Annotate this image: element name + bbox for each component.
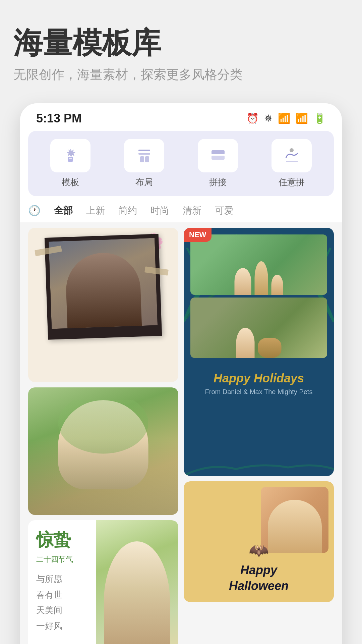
category-freeform[interactable]: 任意拼: [255, 139, 328, 188]
bluetooth-icon: ✵: [264, 112, 273, 124]
svg-rect-7: [212, 156, 225, 160]
card-vintage[interactable]: 🌸: [28, 228, 178, 382]
svg-point-8: [290, 148, 294, 152]
jingzhe-poem: 与所愿 春有世 天美间 一好风: [36, 571, 170, 634]
holiday-text: Happy Holidays From Daniel & Max The Mig…: [184, 365, 334, 401]
tab-fresh[interactable]: 清新: [183, 204, 201, 217]
freeform-label: 任意拼: [279, 176, 305, 188]
svg-rect-3: [138, 153, 150, 155]
tab-simple[interactable]: 简约: [118, 204, 137, 217]
card-holiday[interactable]: NEW: [184, 228, 334, 476]
bottom-palm: [184, 449, 334, 476]
svg-rect-0: [68, 157, 73, 162]
layout-icon-box: [124, 139, 164, 172]
status-bar: 5:13 PM ⏰ ✵ 📶 📶 🔋: [20, 103, 342, 131]
jingzhe-title: 惊蛰: [36, 528, 170, 552]
content-grid: 🌸: [20, 222, 342, 644]
family-photo-1: [190, 234, 327, 295]
family-photo-2: [190, 298, 327, 358]
halloween-text: Happy Halloween: [229, 562, 289, 594]
new-badge: NEW: [184, 228, 212, 242]
nature-overlay: [28, 387, 178, 515]
vintage-photo: [49, 238, 158, 329]
wifi-icon: 📶: [278, 112, 290, 124]
hero-title: 海量模板库: [13, 27, 349, 59]
svg-rect-6: [212, 150, 225, 154]
category-template[interactable]: 模板: [34, 139, 107, 188]
holiday-main-text: Happy Holidays: [189, 371, 328, 385]
tab-all[interactable]: 全部: [54, 204, 73, 217]
page-wrapper: 海量模板库 无限创作，海量素材，探索更多风格分类 5:13 PM ⏰ ✵ 📶 📶…: [0, 0, 362, 644]
splice-label: 拼接: [209, 176, 227, 188]
card-nature[interactable]: [28, 387, 178, 515]
bat-icon: 🦇: [229, 541, 289, 560]
left-column: 🌸: [28, 228, 178, 644]
battery-icon: 🔋: [313, 112, 326, 124]
svg-rect-1: [69, 158, 72, 159]
svg-rect-4: [140, 156, 144, 162]
holiday-sub-text: From Daniel & Max The Mighty Pets: [189, 388, 328, 396]
hero-section: 海量模板库 无限创作，海量素材，探索更多风格分类: [13, 27, 349, 83]
history-icon[interactable]: 🕐: [28, 205, 41, 216]
signal-icon: 📶: [296, 112, 308, 124]
card-jingzhe[interactable]: 惊蛰 二十四节气 与所愿 春有世 天美间 一好风: [28, 520, 178, 644]
category-section: 模板 布局: [28, 131, 334, 196]
halloween-content: 🦇 Happy Halloween: [229, 541, 289, 594]
template-label: 模板: [62, 176, 79, 188]
alarm-icon: ⏰: [246, 112, 259, 124]
status-icons: ⏰ ✵ 📶 📶 🔋: [246, 112, 326, 124]
category-layout[interactable]: 布局: [107, 139, 181, 188]
tab-fashion[interactable]: 时尚: [150, 204, 169, 217]
tab-new[interactable]: 上新: [86, 204, 105, 217]
tab-cute[interactable]: 可爱: [215, 204, 234, 217]
status-time: 5:13 PM: [36, 111, 82, 125]
filter-tabs: 🕐 全部 上新 简约 时尚 清新 可爱: [20, 196, 342, 222]
phone-mockup: 5:13 PM ⏰ ✵ 📶 📶 🔋 模板: [20, 103, 342, 644]
freeform-icon-box: [272, 139, 312, 172]
layout-label: 布局: [135, 176, 153, 188]
holiday-photos: [184, 228, 334, 365]
svg-rect-5: [145, 156, 149, 162]
jingzhe-subtitle: 二十四节气: [36, 554, 170, 565]
hero-subtitle: 无限创作，海量素材，探索更多风格分类: [13, 66, 349, 83]
svg-rect-2: [138, 150, 150, 151]
splice-icon-box: [198, 139, 238, 172]
category-splice[interactable]: 拼接: [181, 139, 255, 188]
template-icon-box: [50, 139, 90, 172]
girl-figure: [49, 238, 158, 329]
card-halloween[interactable]: 🦇 Happy Halloween: [184, 481, 334, 602]
right-column: NEW: [184, 228, 334, 644]
vintage-photo-frame: [45, 234, 162, 340]
